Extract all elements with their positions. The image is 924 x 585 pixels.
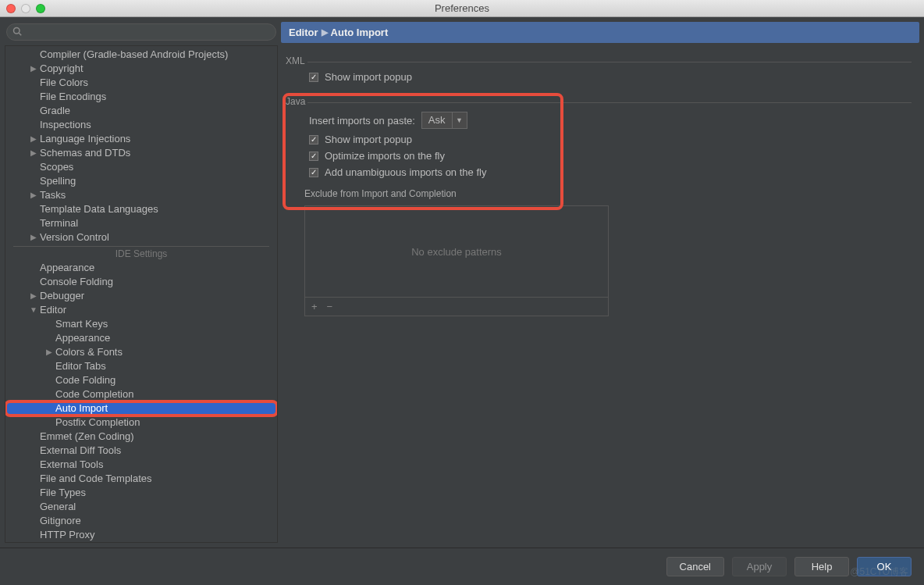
tree-item-label: Auto Import <box>55 401 108 416</box>
cancel-button[interactable]: Cancel <box>666 557 724 576</box>
tree-item[interactable]: File and Code Templates <box>5 472 277 486</box>
tree-item[interactable]: Postfix Completion <box>5 416 277 430</box>
remove-icon[interactable]: − <box>327 301 333 312</box>
svg-point-0 <box>14 28 20 34</box>
tree-item[interactable]: Code Folding <box>5 373 277 387</box>
tree-item[interactable]: ▶Language Injections <box>5 132 277 146</box>
tree-item[interactable]: ▶Colors & Fonts <box>5 345 277 359</box>
tree-item-label: Compiler (Gradle-based Android Projects) <box>40 48 228 62</box>
tree-item[interactable]: Template Data Languages <box>5 202 277 216</box>
tree-item-label: Terminal <box>40 216 78 230</box>
optimize-imports-row[interactable]: ✓ Optimize imports on the fly <box>286 148 915 164</box>
exclude-empty-text: No exclude patterns <box>305 206 608 297</box>
chevron-right-icon[interactable]: ▶ <box>29 132 38 146</box>
checkbox-icon[interactable]: ✓ <box>309 135 318 144</box>
tree-item[interactable]: Console Folding <box>5 275 277 289</box>
tree-item[interactable]: Emmet (Zen Coding) <box>5 430 277 444</box>
tree-item[interactable]: Terminal <box>5 216 277 230</box>
zoom-window-icon[interactable] <box>36 4 45 13</box>
tree-item[interactable]: Scopes <box>5 160 277 174</box>
tree-item[interactable]: ▶Schemas and DTDs <box>5 146 277 160</box>
tree-item-label: Appearance <box>40 261 94 275</box>
insert-imports-on-paste-label: Insert imports on paste: <box>309 115 415 127</box>
tree-item[interactable]: Smart Keys <box>5 317 277 331</box>
tree-item-label: Gradle <box>40 104 70 118</box>
tree-item[interactable]: Code Completion <box>5 387 277 401</box>
java-show-import-popup-label: Show import popup <box>325 134 412 145</box>
tree-item[interactable]: HTTP Proxy <box>5 528 277 542</box>
tree-item[interactable]: ▶Tasks <box>5 188 277 202</box>
tree-item-label: Emmet (Zen Coding) <box>40 430 134 444</box>
tree-item[interactable]: Compiler (Gradle-based Android Projects) <box>5 48 277 62</box>
tree-item[interactable]: Gradle <box>5 104 277 118</box>
tree-item-label: Console Folding <box>40 275 113 289</box>
footer: Cancel Apply Help OK <box>0 548 924 585</box>
checkbox-icon[interactable]: ✓ <box>309 152 318 161</box>
insert-imports-on-paste-select[interactable]: Ask ▼ <box>421 112 467 129</box>
tree-item-label: Gitignore <box>40 514 81 528</box>
tree-item-label: File Encodings <box>40 90 106 104</box>
tree-item[interactable]: File Encodings <box>5 90 277 104</box>
tree-item[interactable]: Editor Tabs <box>5 359 277 373</box>
tree-item[interactable]: ▶Copyright <box>5 62 277 76</box>
chevron-right-icon[interactable]: ▶ <box>29 62 38 76</box>
tree-item[interactable]: Gitignore <box>5 514 277 528</box>
insert-imports-on-paste-row: Insert imports on paste: Ask ▼ <box>286 109 915 131</box>
xml-show-import-popup-label: Show import popup <box>325 71 412 83</box>
search-wrap <box>5 22 278 42</box>
tree-item[interactable]: Spelling <box>5 174 277 188</box>
chevron-right-icon: ▶ <box>322 27 328 37</box>
tree-item[interactable]: Auto Import <box>5 401 277 416</box>
main-panel: Editor ▶ Auto Import XML ✓ Show import p… <box>281 22 919 543</box>
add-unambiguous-row[interactable]: ✓ Add unambiguous imports on the fly <box>286 164 915 180</box>
breadcrumb-root: Editor <box>289 27 318 38</box>
tree-item-label: General <box>40 500 76 514</box>
tree-item-label: Editor <box>40 303 66 317</box>
add-icon[interactable]: + <box>311 301 318 312</box>
window-controls <box>6 4 45 13</box>
chevron-right-icon[interactable]: ▶ <box>29 289 38 303</box>
tree-item-label: Editor Tabs <box>55 359 106 373</box>
tree-item-label: File Types <box>40 486 86 500</box>
java-show-import-popup-row[interactable]: ✓ Show import popup <box>286 131 915 148</box>
apply-button[interactable]: Apply <box>732 557 787 576</box>
ok-button[interactable]: OK <box>857 557 912 576</box>
search-input[interactable] <box>6 23 276 41</box>
tree-item[interactable]: Appearance <box>5 331 277 345</box>
checkbox-icon[interactable]: ✓ <box>309 168 318 177</box>
chevron-right-icon[interactable]: ▶ <box>29 230 38 244</box>
breadcrumb: Editor ▶ Auto Import <box>281 22 919 43</box>
tree-item[interactable]: Appearance <box>5 261 277 275</box>
chevron-down-icon[interactable]: ▼ <box>29 303 38 317</box>
settings-tree[interactable]: Compiler (Gradle-based Android Projects)… <box>5 45 278 543</box>
tree-item-label: Copyright <box>40 62 84 76</box>
checkbox-icon[interactable]: ✓ <box>309 73 318 82</box>
tree-item[interactable]: File Types <box>5 486 277 500</box>
tree-item-label: External Diff Tools <box>40 444 121 458</box>
tree-item[interactable]: ▶Debugger <box>5 289 277 303</box>
xml-show-import-popup-row[interactable]: ✓ Show import popup <box>286 69 915 85</box>
minimize-window-icon[interactable] <box>21 4 30 13</box>
svg-line-1 <box>19 33 21 35</box>
tree-item-label: File Colors <box>40 76 88 90</box>
tree-item[interactable]: External Diff Tools <box>5 444 277 458</box>
tree-item[interactable]: File Colors <box>5 76 277 90</box>
chevron-down-icon[interactable]: ▼ <box>453 112 467 128</box>
tree-item-label: Appearance <box>55 331 110 345</box>
chevron-right-icon[interactable]: ▶ <box>29 188 38 202</box>
tree-item[interactable]: ▶Version Control <box>5 230 277 244</box>
tree-item-label: Template Data Languages <box>40 202 158 216</box>
close-window-icon[interactable] <box>6 4 16 13</box>
tree-item-label: Code Folding <box>55 373 116 387</box>
tree-item-label: External Tools <box>40 458 103 472</box>
chevron-right-icon[interactable]: ▶ <box>29 146 38 160</box>
select-value: Ask <box>422 112 453 128</box>
tree-item[interactable]: General <box>5 500 277 514</box>
help-button[interactable]: Help <box>794 557 849 576</box>
tree-item[interactable]: ▼Editor <box>5 303 277 317</box>
tree-item[interactable]: Inspections <box>5 118 277 132</box>
chevron-right-icon[interactable]: ▶ <box>44 345 54 359</box>
tree-item-label: Code Completion <box>55 387 133 401</box>
tree-item[interactable]: External Tools <box>5 458 277 472</box>
tree-item-label: Schemas and DTDs <box>40 146 130 160</box>
